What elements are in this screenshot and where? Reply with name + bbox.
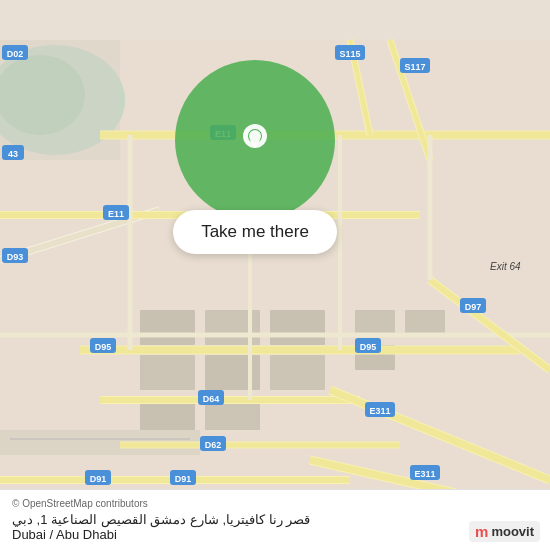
svg-text:Exit 64: Exit 64 [490, 261, 521, 272]
svg-text:D91: D91 [175, 474, 192, 484]
svg-text:D95: D95 [95, 342, 112, 352]
svg-text:E311: E311 [369, 406, 390, 416]
svg-text:D62: D62 [205, 440, 222, 450]
svg-text:D91: D91 [90, 474, 107, 484]
take-me-there-button[interactable]: Take me there [173, 210, 337, 254]
svg-rect-9 [270, 355, 325, 390]
svg-text:E311: E311 [414, 469, 435, 479]
location-arabic-name: قصر رنا كافيتريا, شارع دمشق القصيص الصنا… [12, 512, 310, 527]
moovit-logo-m: m [475, 523, 488, 540]
svg-rect-14 [405, 310, 445, 335]
svg-text:D02: D02 [7, 49, 24, 59]
svg-text:D97: D97 [465, 302, 482, 312]
map-container: E11 E11 D02 43 S115 S117 D93 D95 D95 D97… [0, 0, 550, 550]
bottom-bar: © OpenStreetMap contributors قصر رنا كاف… [0, 489, 550, 550]
svg-text:43: 43 [8, 149, 18, 159]
moovit-logo: m moovit [469, 521, 540, 542]
location-english-name: Dubai / Abu Dhabi [12, 527, 310, 542]
svg-text:S117: S117 [404, 62, 425, 72]
svg-rect-12 [355, 310, 395, 335]
moovit-logo-text: moovit [491, 524, 534, 539]
svg-rect-6 [270, 310, 325, 345]
svg-rect-4 [140, 310, 195, 345]
svg-text:S115: S115 [339, 49, 360, 59]
svg-rect-7 [140, 355, 195, 390]
map-attribution: © OpenStreetMap contributors [12, 498, 538, 509]
svg-rect-16 [10, 438, 190, 440]
svg-rect-10 [140, 400, 195, 430]
svg-text:D93: D93 [7, 252, 24, 262]
svg-text:D64: D64 [203, 394, 220, 404]
svg-text:E11: E11 [108, 209, 124, 219]
location-pin-icon [231, 116, 279, 164]
pin-circle [175, 60, 335, 220]
pin-overlay: Take me there [155, 60, 355, 254]
svg-text:D95: D95 [360, 342, 377, 352]
